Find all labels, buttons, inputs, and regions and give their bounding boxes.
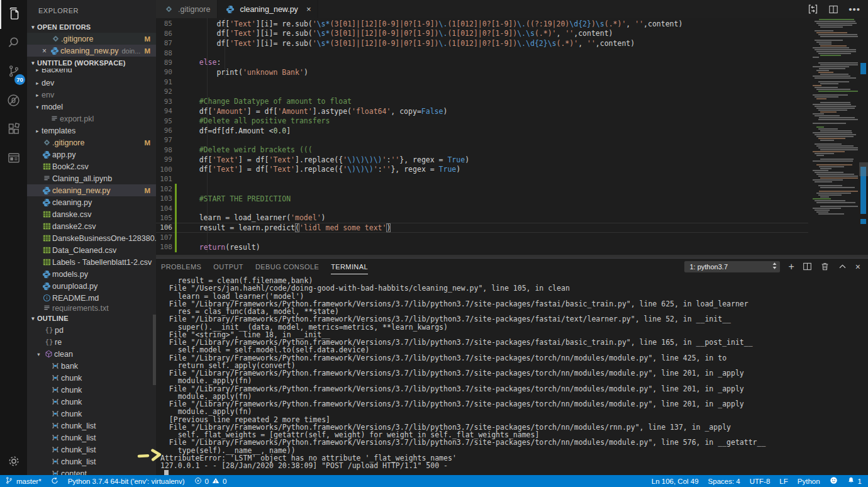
feedback-smiley[interactable] bbox=[830, 475, 838, 487]
split-editor-icon[interactable] bbox=[828, 4, 838, 14]
code-line[interactable]: 103 #START THE PREDICTION bbox=[156, 194, 808, 203]
code-line[interactable]: 102 bbox=[156, 184, 808, 193]
problems-status[interactable]: 0 0 bbox=[194, 475, 227, 487]
code-line[interactable]: 97 bbox=[156, 135, 808, 145]
outline-item[interactable]: chunk_list bbox=[27, 432, 156, 444]
tree-item[interactable]: ▸Backend bbox=[27, 69, 156, 77]
tab-output[interactable]: OUTPUT bbox=[213, 259, 243, 274]
tab--gitignore[interactable]: .gitignore bbox=[156, 0, 218, 18]
code-editor[interactable]: 85 df['Text'][i]= re.sub('\s*(3[01]|[12]… bbox=[156, 18, 868, 258]
custom-view-activity-button[interactable] bbox=[0, 145, 27, 174]
outline-item[interactable]: chunk bbox=[27, 384, 156, 396]
outline-item[interactable]: chunk_list bbox=[27, 444, 156, 456]
outline-header[interactable]: ▾OUTLINE bbox=[27, 312, 156, 324]
tree-item[interactable]: ▾model bbox=[27, 101, 156, 113]
open-editor-item[interactable]: .gitignoreM bbox=[27, 33, 156, 45]
open-changes-icon[interactable] bbox=[808, 4, 818, 14]
code-line[interactable]: 85 df['Text'][i]= re.sub('\s*(3[01]|[12]… bbox=[156, 19, 808, 28]
outline-item[interactable]: chunk_list bbox=[27, 420, 156, 432]
explorer-activity-button[interactable] bbox=[0, 0, 27, 29]
code-line[interactable]: 105 learn = load_learner('model') bbox=[156, 213, 808, 223]
notifications-bell[interactable]: 1 bbox=[847, 475, 862, 487]
tree-item[interactable]: danske.csv bbox=[27, 208, 156, 220]
editor-scrollbar[interactable] bbox=[859, 162, 868, 176]
terminal-select[interactable]: 1: python3.7 bbox=[684, 261, 780, 272]
code-line[interactable]: 108 return(result) bbox=[156, 242, 808, 252]
eol-status[interactable]: LF bbox=[779, 475, 787, 487]
code-line[interactable]: 101 bbox=[156, 174, 808, 184]
code-line[interactable]: 107 bbox=[156, 233, 808, 242]
tab-problems[interactable]: PROBLEMS bbox=[161, 259, 201, 274]
outline-item[interactable]: chunk bbox=[27, 372, 156, 384]
tree-item[interactable]: .gitignoreM bbox=[27, 137, 156, 148]
sidebar-scrollbar[interactable] bbox=[153, 315, 156, 385]
workspace-header[interactable]: ▾UNTITLED (WORKSPACE) bbox=[27, 57, 156, 69]
tree-item[interactable]: Book2.csv bbox=[27, 160, 156, 172]
more-actions-icon[interactable]: ••• bbox=[849, 4, 860, 14]
outline-item[interactable]: ▾clean bbox=[27, 348, 156, 360]
code-line[interactable]: 92 bbox=[156, 87, 808, 96]
code-line[interactable]: 98 #Delete weird brackets ((( bbox=[156, 145, 808, 155]
split-terminal-icon[interactable] bbox=[803, 262, 812, 271]
bug-slash-activity-button[interactable] bbox=[0, 87, 27, 116]
terminal-output[interactable]: result = clean(f.filename,bank) File "/U… bbox=[160, 277, 868, 475]
code-line[interactable]: 90 print('unknown Bank') bbox=[156, 67, 808, 77]
language-mode-status[interactable]: Python bbox=[798, 475, 820, 487]
tree-item[interactable]: danske2.csv bbox=[27, 220, 156, 232]
maximize-panel-icon[interactable] bbox=[838, 262, 847, 271]
outline-item[interactable]: {}pd bbox=[27, 324, 156, 336]
tree-item[interactable]: export.pkl bbox=[27, 113, 156, 125]
code-line[interactable]: 104 bbox=[156, 203, 808, 213]
search-activity-button[interactable] bbox=[0, 29, 27, 58]
open-editor-item[interactable]: ×cleaning_new.pydoin...M bbox=[27, 45, 156, 57]
kill-terminal-icon[interactable] bbox=[820, 262, 830, 271]
code-line[interactable]: 86 df['Text'][i]= re.sub('\s*(3[01]|[12]… bbox=[156, 28, 808, 38]
code-line[interactable]: 100 df['Text'] = df['Text'].replace({'\)… bbox=[156, 165, 808, 174]
python-interpreter-status[interactable]: Python 3.7.4 64-bit ('env': virtualenv) bbox=[68, 475, 185, 487]
outline-item[interactable]: {}re bbox=[27, 336, 156, 348]
code-line[interactable]: 88 bbox=[156, 48, 808, 57]
tab-debug-console[interactable]: DEBUG CONSOLE bbox=[255, 259, 319, 274]
close-panel-icon[interactable]: × bbox=[855, 262, 860, 272]
close-icon[interactable]: × bbox=[40, 47, 49, 55]
outline-item[interactable]: content bbox=[27, 467, 156, 475]
outline-item[interactable]: bank bbox=[27, 360, 156, 372]
code-line[interactable]: 96 df=df[df.Amount <0.0] bbox=[156, 126, 808, 135]
encoding-status[interactable]: UTF-8 bbox=[750, 475, 771, 487]
code-line[interactable]: 99 df['Text'] = df['Text'].replace({'\)\… bbox=[156, 155, 808, 164]
code-line[interactable]: 89 else: bbox=[156, 58, 808, 67]
code-line[interactable]: 94 df['Amount'] = df['Amount'].astype('f… bbox=[156, 106, 808, 116]
code-line[interactable]: 91 bbox=[156, 77, 808, 87]
code-line[interactable]: 87 df['Text'][i]= re.sub('\s*(3[01]|[12]… bbox=[156, 38, 808, 48]
tree-item[interactable]: cleaning.py bbox=[27, 196, 156, 208]
tree-item[interactable]: Claning_all.ipynb bbox=[27, 172, 156, 184]
outline-item[interactable]: chunk_list bbox=[27, 456, 156, 467]
tree-item[interactable]: Labels - Tabellenblatt1-2.csv bbox=[27, 256, 156, 268]
source-control-activity-button[interactable]: 70 bbox=[0, 58, 27, 87]
new-terminal-icon[interactable]: + bbox=[788, 261, 794, 272]
tree-item[interactable]: README.md bbox=[27, 292, 156, 304]
code-line[interactable]: 106 result = learn.predict('lidl med som… bbox=[156, 223, 808, 232]
code-line[interactable]: 93 #Change Datatype of amount to float bbox=[156, 97, 808, 106]
tab-terminal[interactable]: TERMINAL bbox=[331, 259, 368, 274]
code-line[interactable]: 95 #Delete all positive transfers bbox=[156, 116, 808, 125]
tree-item[interactable]: Data_Cleaned.csv bbox=[27, 244, 156, 256]
indentation-status[interactable]: Spaces: 4 bbox=[708, 475, 740, 487]
tree-item[interactable]: ▸dev bbox=[27, 77, 156, 89]
git-branch-status[interactable]: master* bbox=[5, 475, 42, 487]
outline-item[interactable]: chunk bbox=[27, 396, 156, 408]
tab-cleaning-new-py[interactable]: cleaning_new.py× bbox=[218, 0, 318, 18]
tree-item[interactable]: cleaning_new.pyM bbox=[27, 184, 156, 196]
tree-item[interactable]: ▸templates bbox=[27, 125, 156, 137]
outline-item[interactable]: chunk bbox=[27, 408, 156, 420]
tree-item[interactable]: requirements.txt bbox=[27, 304, 156, 312]
extensions-activity-button[interactable] bbox=[0, 116, 27, 145]
sync-status[interactable] bbox=[51, 475, 58, 487]
tree-item[interactable]: ourupload.py bbox=[27, 280, 156, 292]
cursor-position-status[interactable]: Ln 106, Col 49 bbox=[652, 475, 699, 487]
tree-item[interactable]: DanskeBusinessOne-128380... bbox=[27, 232, 156, 244]
manage-button[interactable] bbox=[0, 455, 27, 470]
close-icon[interactable]: × bbox=[306, 4, 311, 14]
tree-item[interactable]: app.py bbox=[27, 148, 156, 160]
tree-item[interactable]: ▸env bbox=[27, 89, 156, 101]
